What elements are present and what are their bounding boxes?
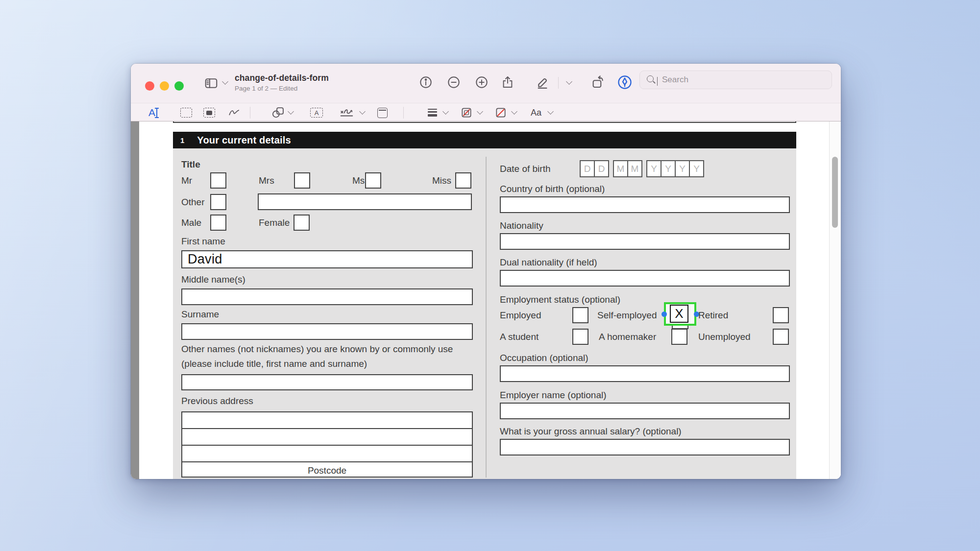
instant-alpha-icon[interactable]	[202, 105, 217, 120]
other-names-label-line1: Other names (not nicknames) you are know…	[181, 344, 453, 355]
employer-name-input[interactable]	[500, 403, 790, 419]
sidebar-chevron-down-icon[interactable]	[223, 81, 227, 84]
preview-window: change-of-details-form Page 1 of 2 — Edi…	[131, 64, 841, 479]
close-button[interactable]	[145, 81, 154, 91]
surname-input[interactable]	[181, 323, 473, 340]
address-line-2[interactable]	[182, 429, 472, 446]
employed-checkbox[interactable]	[572, 307, 588, 323]
zoom-in-icon[interactable]	[474, 74, 490, 90]
border-color-icon[interactable]	[459, 105, 474, 120]
miss-label: Miss	[432, 175, 451, 186]
minimize-button[interactable]	[160, 81, 169, 91]
toolbar-divider	[558, 77, 559, 89]
mrs-checkbox[interactable]	[294, 172, 310, 189]
dob-day-2[interactable]: D	[594, 160, 609, 177]
address-postcode-row[interactable]: Postcode	[182, 462, 472, 479]
unemployed-label: Unemployed	[698, 332, 751, 342]
other-names-input[interactable]	[181, 374, 473, 390]
document-margin	[131, 121, 139, 479]
homemaker-label: A homemaker	[599, 332, 656, 342]
info-icon[interactable]	[418, 74, 434, 90]
other-title-input[interactable]	[258, 193, 472, 210]
fill-color-chevron-down-icon[interactable]	[512, 111, 516, 114]
dob-year-1[interactable]: Y	[646, 160, 662, 177]
salary-input[interactable]	[500, 439, 790, 455]
line-weight-icon[interactable]	[425, 105, 440, 120]
markup-toolbar-toggle-icon[interactable]	[617, 74, 633, 90]
occupation-input[interactable]	[500, 365, 790, 382]
dob-year-3[interactable]: Y	[675, 160, 690, 177]
dob-day-1[interactable]: D	[580, 160, 595, 177]
search-input[interactable]: Search	[639, 71, 832, 89]
signature-icon[interactable]	[339, 105, 358, 120]
ms-checkbox[interactable]	[365, 172, 381, 189]
border-color-chevron-down-icon[interactable]	[478, 111, 482, 114]
student-checkbox[interactable]	[572, 329, 588, 345]
nationality-input[interactable]	[500, 233, 790, 250]
retired-checkbox[interactable]	[773, 307, 789, 323]
text-selection-icon[interactable]: A	[146, 105, 160, 120]
occupation-label: Occupation (optional)	[500, 353, 588, 363]
nationality-label: Nationality	[500, 220, 543, 231]
zoom-out-icon[interactable]	[446, 74, 462, 90]
highlight-chevron-down-icon[interactable]	[567, 81, 571, 84]
other-checkbox[interactable]	[210, 194, 226, 210]
self-employed-x-annotation[interactable]: X	[670, 305, 688, 323]
mr-checkbox[interactable]	[210, 172, 226, 189]
annotation-handle-left[interactable]	[662, 311, 667, 317]
self-employed-label: Self-employed	[597, 310, 657, 321]
female-label: Female	[259, 217, 290, 228]
scrollbar-track[interactable]	[829, 121, 841, 479]
rotate-left-icon[interactable]	[590, 74, 606, 90]
text-box-icon[interactable]: A	[309, 105, 324, 120]
rectangular-selection-icon[interactable]	[179, 105, 194, 120]
shapes-chevron-down-icon[interactable]	[289, 111, 293, 114]
text-style-icon[interactable]: Aa	[529, 105, 543, 120]
dual-nationality-label: Dual nationality (if held)	[500, 257, 597, 268]
markup-divider	[403, 107, 404, 119]
share-icon[interactable]	[500, 74, 515, 90]
title-section-label: Title	[181, 159, 200, 170]
markup-divider	[250, 107, 250, 119]
employed-label: Employed	[500, 310, 541, 321]
employer-name-label: Employer name (optional)	[500, 390, 607, 401]
dob-year-4[interactable]: Y	[689, 160, 704, 177]
student-label: A student	[500, 332, 539, 342]
dual-nationality-input[interactable]	[500, 270, 790, 287]
middle-name-input[interactable]	[181, 288, 473, 305]
miss-checkbox[interactable]	[455, 172, 471, 189]
sketch-icon[interactable]	[227, 105, 242, 120]
zoom-button[interactable]	[174, 81, 184, 91]
salary-label: What is your gross annual salary? (optio…	[500, 426, 682, 437]
surname-label: Surname	[181, 309, 219, 320]
highlight-icon[interactable]	[535, 74, 551, 90]
desktop-background: change-of-details-form Page 1 of 2 — Edi…	[0, 0, 980, 551]
text-style-chevron-down-icon[interactable]	[548, 111, 553, 114]
first-name-input[interactable]: David	[181, 250, 473, 268]
line-weight-chevron-down-icon[interactable]	[443, 111, 448, 114]
employment-status-label: Employment status (optional)	[500, 294, 620, 305]
address-line-1[interactable]	[182, 412, 472, 429]
scrollbar-thumb[interactable]	[832, 157, 838, 228]
shapes-icon[interactable]	[271, 105, 286, 120]
dob-month-2[interactable]: M	[627, 160, 642, 177]
cutoff-field-above	[173, 121, 796, 123]
fill-color-icon[interactable]	[493, 105, 508, 120]
signature-chevron-down-icon[interactable]	[360, 111, 365, 114]
male-checkbox[interactable]	[210, 215, 226, 231]
dob-year-2[interactable]: Y	[661, 160, 676, 177]
mr-label: Mr	[181, 175, 192, 186]
note-icon[interactable]	[375, 105, 390, 120]
other-label: Other	[181, 197, 205, 208]
dob-month-1[interactable]: M	[613, 160, 628, 177]
window-subtitle: Page 1 of 2 — Edited	[235, 85, 297, 92]
sidebar-icon[interactable]	[203, 75, 219, 91]
middle-name-label: Middle name(s)	[181, 274, 245, 285]
homemaker-checkbox[interactable]	[671, 329, 687, 345]
address-line-3[interactable]	[182, 446, 472, 462]
unemployed-checkbox[interactable]	[773, 329, 789, 345]
female-checkbox[interactable]	[294, 215, 310, 231]
country-of-birth-input[interactable]	[500, 196, 790, 213]
mrs-label: Mrs	[259, 175, 274, 186]
previous-address-input[interactable]: Postcode	[181, 411, 473, 478]
